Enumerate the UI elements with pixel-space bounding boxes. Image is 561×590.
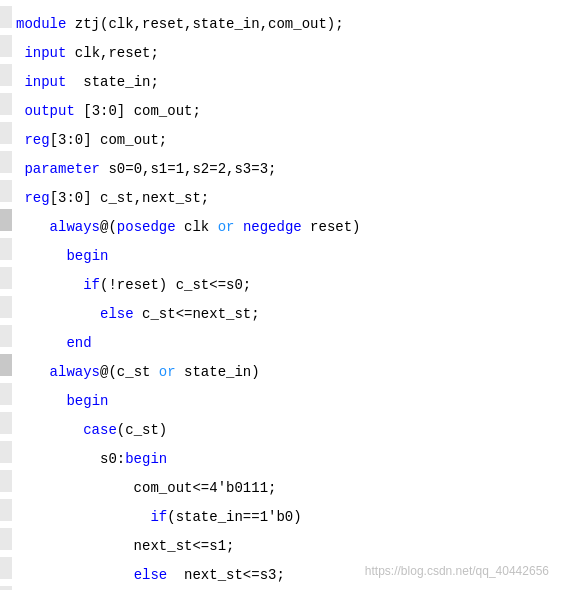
code-line: input state_in; bbox=[0, 64, 561, 93]
code-text: always@(posedge clk or negedge reset) bbox=[16, 216, 361, 238]
code-token: output bbox=[24, 103, 74, 119]
code-line: case(c_st) bbox=[0, 412, 561, 441]
code-line: s0:begin bbox=[0, 441, 561, 470]
code-token bbox=[16, 248, 66, 264]
gutter bbox=[0, 296, 12, 318]
code-text: input clk,reset; bbox=[16, 42, 159, 64]
code-line: begin bbox=[0, 383, 561, 412]
gutter bbox=[0, 6, 12, 28]
gutter bbox=[0, 267, 12, 289]
code-line: end bbox=[0, 325, 561, 354]
code-text: begin bbox=[16, 245, 108, 267]
code-line: parameter s0=0,s1=1,s2=2,s3=3; bbox=[0, 151, 561, 180]
code-token: module bbox=[16, 16, 75, 32]
code-line: else c_st<=next_st; bbox=[0, 296, 561, 325]
code-token: reset) bbox=[302, 219, 361, 235]
code-token: case bbox=[83, 422, 117, 438]
code-token: @(c_st bbox=[100, 364, 159, 380]
code-token: com_out<=4'b0111; bbox=[16, 480, 276, 496]
code-token: reg bbox=[24, 190, 49, 206]
gutter bbox=[0, 499, 12, 521]
code-line: input clk,reset; bbox=[0, 35, 561, 64]
code-token bbox=[16, 335, 66, 351]
code-text: reg[3:0] c_st,next_st; bbox=[16, 187, 209, 209]
code-line: always@(c_st or state_in) bbox=[0, 354, 561, 383]
code-token: or bbox=[218, 219, 235, 235]
code-token bbox=[16, 393, 66, 409]
code-text: com_out<=4'b0111; bbox=[16, 477, 276, 499]
code-text: module ztj(clk,reset,state_in,com_out); bbox=[16, 13, 344, 35]
gutter bbox=[0, 557, 12, 579]
code-token: s0=0,s1=1,s2=2,s3=3; bbox=[100, 161, 276, 177]
code-token: begin bbox=[66, 393, 108, 409]
code-token: input bbox=[24, 74, 66, 90]
code-token bbox=[16, 277, 83, 293]
gutter bbox=[0, 325, 12, 347]
code-text: case(c_st) bbox=[16, 419, 167, 441]
code-text: reg[3:0] com_out; bbox=[16, 129, 167, 151]
code-text: if(state_in==1'b0) bbox=[16, 506, 302, 528]
code-token: clk,reset; bbox=[66, 45, 158, 61]
gutter bbox=[0, 412, 12, 434]
code-line: next_st<=s1; bbox=[0, 528, 561, 557]
code-line: reg[3:0] c_st,next_st; bbox=[0, 180, 561, 209]
code-text: next_st<=s1; bbox=[16, 535, 234, 557]
code-token: reg bbox=[24, 132, 49, 148]
code-token: c_st<=next_st; bbox=[134, 306, 260, 322]
gutter bbox=[0, 122, 12, 144]
code-token: ztj(clk,reset,state_in,com_out); bbox=[75, 16, 344, 32]
code-token bbox=[16, 567, 134, 583]
code-text: if(!reset) c_st<=s0; bbox=[16, 274, 251, 296]
code-line: begin bbox=[0, 238, 561, 267]
code-line: always@(posedge clk or negedge reset) bbox=[0, 209, 561, 238]
code-token: [3:0] com_out; bbox=[75, 103, 201, 119]
code-token: input bbox=[24, 45, 66, 61]
code-token bbox=[16, 364, 50, 380]
code-token: (c_st) bbox=[117, 422, 167, 438]
code-token: always bbox=[50, 219, 100, 235]
gutter bbox=[0, 209, 12, 231]
code-text: always@(c_st or state_in) bbox=[16, 361, 260, 383]
gutter bbox=[0, 180, 12, 202]
code-token bbox=[16, 422, 83, 438]
code-line: if(state_in==1'b0) bbox=[0, 499, 561, 528]
code-token bbox=[234, 219, 242, 235]
code-text: input state_in; bbox=[16, 71, 159, 93]
code-text: begin bbox=[16, 390, 108, 412]
code-token bbox=[16, 509, 150, 525]
gutter bbox=[0, 586, 12, 590]
gutter bbox=[0, 64, 12, 86]
gutter bbox=[0, 383, 12, 405]
code-token bbox=[16, 306, 100, 322]
code-text: parameter s0=0,s1=1,s2=2,s3=3; bbox=[16, 158, 276, 180]
gutter bbox=[0, 528, 12, 550]
code-text: s0:begin bbox=[16, 448, 167, 470]
code-token: begin bbox=[125, 451, 167, 467]
code-token: s0: bbox=[16, 451, 125, 467]
gutter bbox=[0, 35, 12, 57]
code-token: [3:0] com_out; bbox=[50, 132, 168, 148]
code-token: next_st<=s1; bbox=[16, 538, 234, 554]
code-line: module ztj(clk,reset,state_in,com_out); bbox=[0, 6, 561, 35]
code-token: begin bbox=[66, 248, 108, 264]
code-token: @( bbox=[100, 219, 117, 235]
code-token: if bbox=[150, 509, 167, 525]
watermark: https://blog.csdn.net/qq_40442656 bbox=[365, 564, 549, 578]
code-token: negedge bbox=[243, 219, 302, 235]
code-token: end bbox=[66, 335, 91, 351]
gutter bbox=[0, 441, 12, 463]
code-line: reg[3:0] com_out; bbox=[0, 122, 561, 151]
code-text: end bbox=[16, 332, 92, 354]
code-token: (state_in==1'b0) bbox=[167, 509, 301, 525]
gutter bbox=[0, 470, 12, 492]
code-text: else next_st<=s3; bbox=[16, 564, 285, 586]
code-token: [3:0] c_st,next_st; bbox=[50, 190, 210, 206]
code-token: if bbox=[83, 277, 100, 293]
code-token: posedge bbox=[117, 219, 176, 235]
code-token: always bbox=[50, 364, 100, 380]
code-line: output [3:0] com_out; bbox=[0, 93, 561, 122]
gutter bbox=[0, 93, 12, 115]
gutter bbox=[0, 354, 12, 376]
code-line: com_out<=4'b0111; bbox=[0, 470, 561, 499]
code-token: clk bbox=[176, 219, 218, 235]
